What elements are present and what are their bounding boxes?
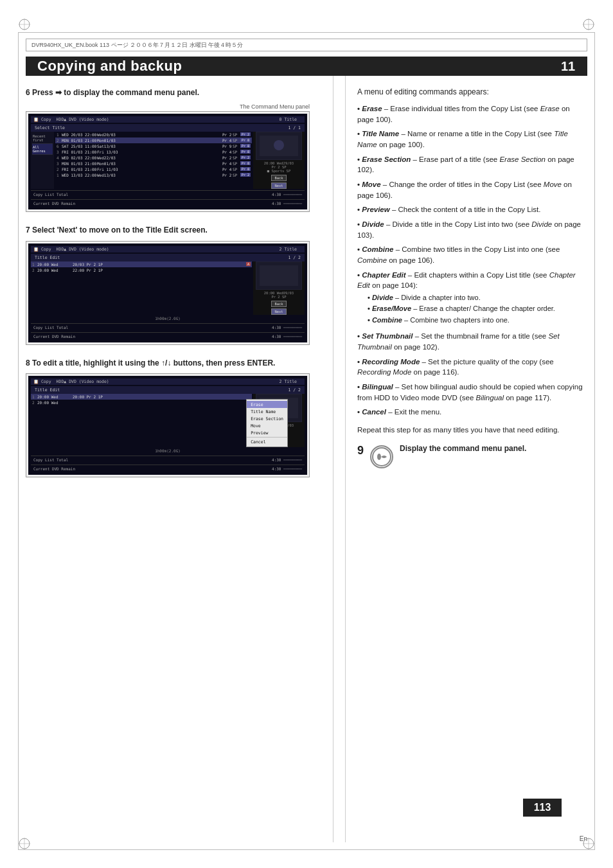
- chapter-edit-subbullets: Divide – Divide a chapter into two. Eras…: [368, 292, 587, 326]
- bullet-combine: Combine – Combine two titles in the Copy…: [357, 242, 587, 267]
- step8-storage-info: 1h00m(2.0G): [31, 447, 305, 454]
- bullet-list: Erase – Erase individual titles from the…: [357, 102, 587, 420]
- step7-footer: Copy List Total 4:30 ────────: [31, 323, 305, 331]
- step7-list: 120:00 Wed20/03 Pr 2 1PA 220:00 Wed22:00…: [31, 261, 252, 315]
- step6-screen-container: The Command Menu panel 📋 Copy HDD▲ DVD (…: [26, 103, 310, 212]
- step8-list: 120:00 Wed20:00 Pr 2 1P 220:00 Wed: [31, 394, 252, 447]
- step7-next-btn[interactable]: Next: [271, 308, 287, 315]
- sidebar-item-genres[interactable]: All Genres: [32, 144, 53, 155]
- step8-tab-row: Title Edit 1 / 2: [31, 386, 305, 394]
- step6-screen: 📋 Copy HDD▲ DVD (Video mode) 0 Title Sel…: [28, 114, 307, 209]
- step8-screen: 📋 Copy HDD▲ DVD (Video mode) 2 Title Tit…: [28, 376, 307, 475]
- sub-divide: Divide – Divide a chapter into two.: [368, 292, 587, 303]
- step7-block: 7 Select 'Next' to move on to the Title …: [26, 225, 310, 345]
- bullet-cancel: Cancel – Exit the menu.: [357, 405, 587, 420]
- step7-screen: 📋 Copy HDD▲ DVD (Video mode) 2 Title Tit…: [28, 244, 307, 342]
- ctx-separator: [247, 437, 287, 438]
- step8-row2[interactable]: 220:00 Wed: [31, 400, 252, 405]
- bullet-preview: Preview – Check the content of a title i…: [357, 202, 587, 217]
- step6-row1[interactable]: 1WED 20/03 22:00Wed20/03Pr 2SPPr 2: [55, 132, 252, 137]
- ctx-erase[interactable]: Erase: [247, 401, 287, 408]
- step8-body: 120:00 Wed20:00 Pr 2 1P 220:00 Wed Erase…: [31, 394, 305, 447]
- step8-footer: Copy List Total 4:30 ────────: [31, 456, 305, 463]
- step6-row6[interactable]: 3MON 01/03 21:00Mon01/03Pr 4SPPr 8: [55, 161, 252, 166]
- bullet-divide: Divide – Divide a title in the Copy List…: [357, 217, 587, 242]
- svg-point-8: [377, 454, 381, 460]
- step7-thumb-area: 20:00 Wed09/03Pr 2 SP Back Next: [253, 261, 305, 315]
- step7-topbar: 📋 Copy HDD▲ DVD (Video mode) 2 Title: [31, 246, 305, 252]
- step9-icon: [370, 445, 393, 468]
- step9-area: 9 Display the command menu panel.: [357, 444, 587, 468]
- step7-thumbnail: [256, 261, 302, 290]
- sidebar-item-recent[interactable]: Recent first: [32, 133, 53, 144]
- left-column: 6 Press ➡ to display the command menu pa…: [26, 76, 321, 842]
- step8-block: 8 To edit a title, highlight it using th…: [26, 358, 310, 478]
- step6-tab-row: Select Title 1 / 1: [31, 124, 305, 132]
- step6-row7[interactable]: 2FRI 01/03 21:00Fri 11/03Pr 4SPPr 8: [55, 166, 252, 172]
- step6-caption: The Command Menu panel: [26, 103, 310, 110]
- step8-footer2: Current DVD Remain 4:30 ────────: [31, 465, 305, 472]
- step6-mockup: 📋 Copy HDD▲ DVD (Video mode) 0 Title Sel…: [26, 111, 310, 212]
- step6-topbar: 📋 Copy HDD▲ DVD (Video mode) 0 Title: [31, 116, 305, 123]
- sub-erase-move: Erase/Move – Erase a chapter/ Change the…: [368, 303, 587, 314]
- step7-row1[interactable]: 120:00 Wed20/03 Pr 2 1PA: [31, 261, 252, 267]
- reg-mark-tr: [582, 18, 595, 31]
- step6-next-btn[interactable]: Next: [271, 182, 287, 189]
- step6-thumbnail: [256, 132, 302, 160]
- chapter-number-badge: 11: [549, 57, 587, 76]
- step8-row1[interactable]: 120:00 Wed20:00 Pr 2 1P: [31, 394, 252, 400]
- step6-footer: Copy List Total 4:30 ────────: [31, 190, 305, 198]
- step6-footer2: Current DVD Remain 4:30 ────────: [31, 199, 305, 207]
- ctx-title-name[interactable]: Title Name: [247, 408, 287, 415]
- step6-heading: 6 Press ➡ to display the command menu pa…: [26, 87, 310, 98]
- step6-row2[interactable]: 2MON 01/03 21:00Mon01/03Pr 4SPPr 8: [55, 137, 252, 143]
- step6-row4[interactable]: 3FRI 01/03 21:00Fri 13/03Pr 4SPPr 8: [55, 149, 252, 155]
- bullet-title-name: Title Name – Name or rename a title in t…: [357, 127, 587, 152]
- header-text: DVR940HX_UK_EN.book 113 ページ ２００６年７月１２日 水…: [31, 41, 243, 49]
- step6-list: 1WED 20/03 22:00Wed20/03Pr 2SPPr 2 2MON …: [55, 132, 252, 189]
- step6-row5[interactable]: 4WED 02/03 22:00Wed22/03Pr 2SPPr 2: [55, 155, 252, 161]
- bullet-move: Move – Change the order of titles in the…: [357, 177, 587, 202]
- bullet-recording-mode: Recording Mode – Set the picture quality…: [357, 355, 587, 380]
- step7-back-btn[interactable]: Back: [271, 301, 287, 307]
- reg-mark-bl: [18, 837, 31, 850]
- bullet-bilingual: Bilingual – Set how bilingual audio shou…: [357, 380, 587, 405]
- step6-back-btn[interactable]: Back: [271, 175, 287, 181]
- step6-thumb-area: 20:00 Wed29/03Pr 2 SP■ Sports SP Back Ne…: [253, 132, 305, 189]
- step7-mockup: 📋 Copy HDD▲ DVD (Video mode) 2 Title Tit…: [26, 241, 310, 345]
- step6-row8[interactable]: 1WED 13/03 22:00Wed13/03Pr 2SPPr 2: [55, 172, 252, 178]
- ctx-erase-section[interactable]: Erase Section: [247, 415, 287, 422]
- step9-number: 9: [357, 444, 364, 457]
- header-bar: DVR940HX_UK_EN.book 113 ページ ２００６年７月１２日 水…: [26, 39, 587, 51]
- sub-combine: Combine – Combine two chapters into one.: [368, 315, 587, 326]
- svg-rect-4: [260, 265, 298, 286]
- step8-heading: 8 To edit a title, highlight it using th…: [26, 358, 310, 369]
- step7-row2[interactable]: 220:00 Wed22:00 Pr 2 1P: [31, 267, 252, 273]
- reg-mark-br: [582, 837, 595, 850]
- page-title: Copying and backup: [26, 58, 182, 75]
- step6-sidebar: Recent first All Genres: [31, 132, 54, 189]
- step6-body: Recent first All Genres 1WED 20/03 22:00…: [31, 132, 305, 189]
- step9-text: Display the command menu panel.: [400, 444, 526, 453]
- step8-mockup: 📋 Copy HDD▲ DVD (Video mode) 2 Title Tit…: [26, 373, 310, 477]
- step7-thumb-info: 20:00 Wed09/03Pr 2 SP: [264, 291, 294, 299]
- step6-block: 6 Press ➡ to display the command menu pa…: [26, 87, 310, 212]
- ctx-cancel[interactable]: Cancel: [247, 438, 287, 445]
- bullet-chapter-edit: Chapter Edit – Edit chapters within a Co…: [357, 268, 587, 330]
- context-menu: Erase Title Name Erase Section Move Prev…: [246, 399, 288, 447]
- bullet-erase-section: Erase Section – Erase part of a title (s…: [357, 152, 587, 177]
- bullet-set-thumbnail: Set Thumbnail – Set the thumbnail frame …: [357, 329, 587, 354]
- ctx-preview[interactable]: Preview: [247, 429, 287, 436]
- reg-mark-tl: [18, 18, 31, 31]
- step6-row3[interactable]: 6SAT 25/03 11:00Sat13/03Pr 9SPPr 8: [55, 143, 252, 149]
- step6-thumb-info: 20:00 Wed29/03Pr 2 SP■ Sports SP: [264, 161, 294, 173]
- right-column: A menu of editing commands appears: Eras…: [345, 76, 587, 842]
- title-bar: Copying and backup: [26, 57, 549, 76]
- step7-nav-btns: Back Next: [271, 301, 287, 315]
- step6-nav-btns: Back Next: [271, 175, 287, 189]
- step7-storage-info: 1h00m(2.0G): [31, 315, 305, 322]
- step7-heading: 7 Select 'Next' to move on to the Title …: [26, 225, 310, 236]
- page-number-badge: 113: [523, 799, 562, 817]
- column-divider: [333, 76, 333, 842]
- ctx-move[interactable]: Move: [247, 422, 287, 429]
